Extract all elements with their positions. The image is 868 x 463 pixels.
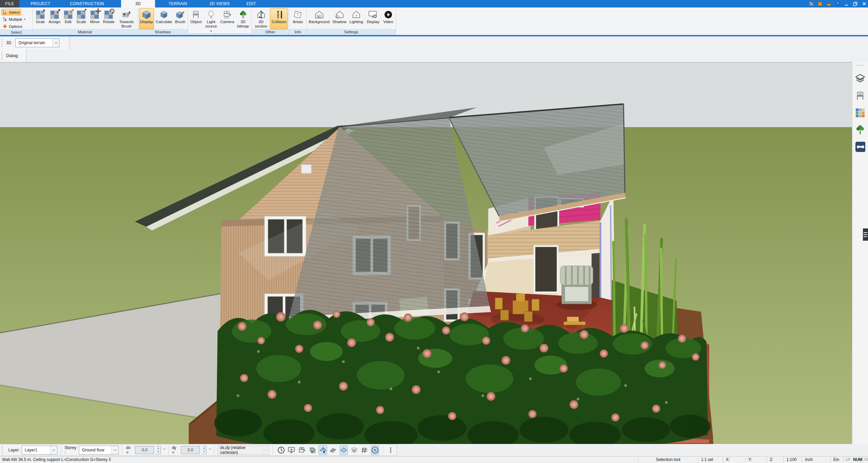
material-assign-button[interactable]: Assign xyxy=(47,8,62,29)
select-button[interactable]: Select xyxy=(1,9,21,15)
towards-brush-icon xyxy=(122,10,131,19)
insert-object-button[interactable]: Object xyxy=(189,8,203,33)
insulation-toggle[interactable] xyxy=(329,445,338,455)
insert-camera-button[interactable]: Camera xyxy=(219,8,235,33)
help-icon[interactable]: ? xyxy=(835,1,840,7)
rotate-icon xyxy=(104,11,113,19)
screen-presentation-button[interactable] xyxy=(287,445,296,455)
group-label-material: Material: xyxy=(33,29,138,35)
insert-3d-bitmap-button[interactable]: 3D bitmap xyxy=(236,8,250,33)
toolbar-grip[interactable] xyxy=(2,52,4,60)
ribbon-tab-bar: FILE PROJECT CONSTRUCTION 3D TERRAIN 2D … xyxy=(0,0,868,7)
dx-input[interactable]: 0.0 xyxy=(135,446,154,454)
shadows-brush-button[interactable]: Brush xyxy=(174,8,187,29)
video-play-icon xyxy=(384,10,393,19)
toolbar-grip[interactable] xyxy=(2,39,4,47)
north-arrow-toggle[interactable]: N xyxy=(371,445,379,455)
tab-edit[interactable]: EDIT xyxy=(242,0,260,7)
dx-spinner[interactable]: ▲▼ xyxy=(156,446,160,454)
chevron-down-icon[interactable] xyxy=(112,446,118,454)
other-3d-section-button[interactable]: 3D section xyxy=(253,8,269,29)
light-bulb-icon xyxy=(207,10,215,19)
bottom-toolbar: Layer: Layer1 Storey : Ground floor dx =… xyxy=(0,444,868,456)
tab-3d[interactable]: 3D xyxy=(121,0,155,7)
terrain-contours-toggle[interactable] xyxy=(350,445,358,455)
plus-icon xyxy=(3,24,7,29)
grid-toggle[interactable] xyxy=(360,445,369,455)
close-button[interactable] xyxy=(861,1,867,7)
tools-icon[interactable] xyxy=(808,1,814,7)
options-button[interactable]: Options xyxy=(1,23,24,30)
chevron-down-icon[interactable] xyxy=(50,446,57,454)
background-house-icon xyxy=(314,10,324,19)
on-indicator: Ein xyxy=(833,457,839,463)
minimize-button[interactable] xyxy=(844,1,849,7)
group-label-settings: Settings xyxy=(307,29,396,35)
package-icon[interactable] xyxy=(817,1,823,7)
restore-button[interactable] xyxy=(852,1,858,7)
settings-background-button[interactable]: Background xyxy=(308,8,330,29)
shadows-display-button[interactable]: Display xyxy=(139,8,154,29)
coordinate-mode-select[interactable]: dx,dy (relative cartesian) xyxy=(218,446,269,455)
spin-up-icon: ▲ xyxy=(202,446,206,450)
unit-indicator[interactable]: Inch xyxy=(805,457,813,463)
layer-select[interactable]: Layer1 xyxy=(22,446,57,455)
storey-select[interactable]: Ground floor xyxy=(79,446,119,455)
layers-icon[interactable] xyxy=(855,74,865,84)
ceiling-display-toggle[interactable] xyxy=(340,445,348,455)
info-areas-button[interactable]: ? Areas xyxy=(290,8,305,29)
cube-icon xyxy=(160,11,168,19)
dy-spinner[interactable]: ▲▼ xyxy=(202,446,206,454)
overflow-menu-button[interactable] xyxy=(386,445,395,455)
shadows-calculate-button[interactable]: Calculate xyxy=(155,8,173,29)
chevron-down-icon[interactable] xyxy=(262,446,269,454)
material-grab-button[interactable]: Grab xyxy=(34,8,47,29)
settings-display-button[interactable]: Display xyxy=(365,8,381,29)
beach-chair xyxy=(556,266,597,310)
materials-palette-icon[interactable] xyxy=(855,108,865,118)
settings-lighting-button[interactable]: Lighting xyxy=(348,8,364,29)
view-select[interactable]: Original terrain xyxy=(15,38,59,47)
export-icon[interactable] xyxy=(826,1,832,7)
toolbar-grip[interactable] xyxy=(2,446,4,454)
tab-terrain[interactable]: TERRAIN xyxy=(160,0,196,7)
panel-handle[interactable] xyxy=(863,228,868,241)
other-collision-button[interactable]: Collision xyxy=(270,8,288,29)
rf-indicator: RF xyxy=(864,457,868,463)
ribbon: Select Multiple ▾ Options Select Grab xyxy=(0,7,868,35)
tab-2d-views[interactable]: 2D VIEWS xyxy=(204,0,235,7)
settings-shadow-button[interactable]: Shadow xyxy=(331,8,347,29)
drawing-scale[interactable]: 1:100 xyxy=(786,457,797,463)
active-tool: Selection tool xyxy=(639,457,697,463)
texture-quality-button[interactable] xyxy=(308,445,317,455)
tab-construction[interactable]: CONSTRUCTION xyxy=(61,0,113,7)
chevron-down-icon[interactable] xyxy=(52,39,59,47)
insert-light-source-button[interactable]: Light source ▾ xyxy=(204,8,219,33)
group-label-select: Select xyxy=(0,30,33,35)
plants-icon[interactable] xyxy=(855,125,865,135)
collision-person-icon xyxy=(275,10,283,19)
material-move-button[interactable]: Move xyxy=(88,8,101,29)
video-camera-button[interactable] xyxy=(298,445,306,455)
tab-file[interactable]: FILE xyxy=(0,0,19,7)
multiple-button[interactable]: Multiple ▾ xyxy=(1,16,27,22)
settings-video-button[interactable]: Video xyxy=(382,8,395,29)
daytime-button[interactable] xyxy=(277,445,285,455)
material-rotate-button[interactable]: Rotate xyxy=(102,8,116,29)
sidebar-grip[interactable] xyxy=(856,65,864,67)
material-towards-brush-button[interactable]: Towards Brush xyxy=(116,8,137,29)
roof-display-toggle[interactable] xyxy=(319,445,327,455)
viewport-3d-scene[interactable] xyxy=(0,62,852,444)
scale-icon xyxy=(77,11,85,19)
material-edit-button[interactable]: Edit xyxy=(62,8,74,29)
ribbon-group-settings: Background Shadow Lighting Display Video xyxy=(307,7,396,35)
dy-input[interactable]: 0.0 xyxy=(181,446,200,454)
furniture-icon[interactable] xyxy=(855,91,865,101)
dy-label: dy = xyxy=(172,445,179,455)
remote-support-icon[interactable] xyxy=(855,142,865,152)
cube-icon xyxy=(142,10,151,19)
tab-project[interactable]: PROJECT xyxy=(27,0,54,7)
material-scale-button[interactable]: Scale xyxy=(74,8,88,29)
ribbon-group-material: Grab Assign Edit Scale Move xyxy=(33,7,138,35)
assign-material-icon xyxy=(50,11,59,19)
